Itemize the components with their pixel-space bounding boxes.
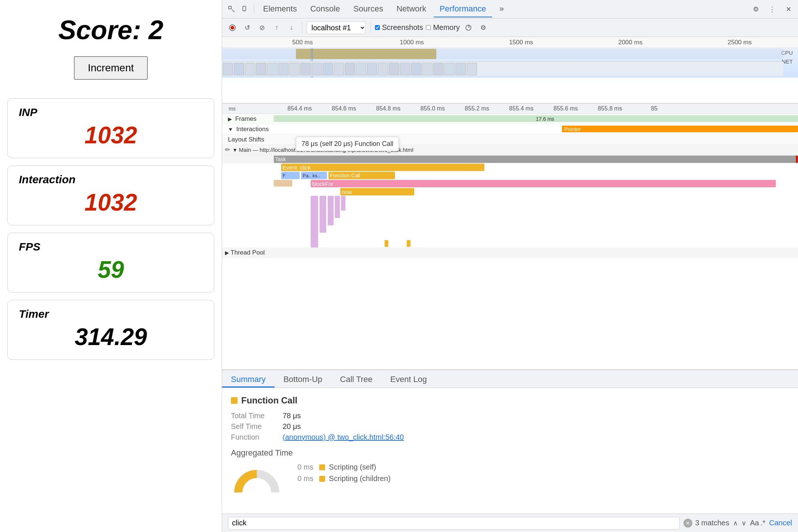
now-block[interactable]: now (340, 188, 414, 195)
thread-pool-header: ▶ Thread Pool (222, 248, 798, 258)
yellow-dot-2 (407, 240, 410, 247)
tab-call-tree[interactable]: Call Tree (331, 370, 381, 388)
main-thread-flame[interactable]: Task Event: click F Pa.. ks.. Function C… (222, 155, 798, 248)
svg-rect-2 (243, 6, 246, 11)
fps-value: 59 (19, 256, 203, 283)
regex-label[interactable]: .* (760, 519, 765, 527)
svg-rect-0 (229, 6, 231, 9)
event-block[interactable]: Event: click (281, 164, 484, 171)
task-row: Task (222, 155, 798, 163)
increment-button[interactable]: Increment (74, 56, 148, 80)
timer-label: Timer (19, 308, 203, 320)
settings2-icon[interactable]: ⚙ (477, 22, 489, 34)
case-sensitive-label[interactable]: Aa (750, 519, 759, 527)
search-up-button[interactable]: ∧ (733, 519, 738, 527)
search-clear-button[interactable]: ✕ (683, 519, 692, 528)
tab-summary[interactable]: Summary (222, 370, 274, 388)
interaction-card: Interaction 1032 (7, 166, 214, 225)
tab-more[interactable]: » (494, 1, 510, 17)
search-cancel-button[interactable]: Cancel (769, 519, 792, 527)
more-options-icon[interactable]: ⋮ (766, 3, 778, 15)
funcA-block[interactable]: F (281, 172, 300, 179)
expand-icon[interactable]: ▼ (232, 147, 238, 153)
legend-scripting-children: 0 ms Scripting (children) (297, 474, 391, 483)
tab-performance[interactable]: Performance (434, 1, 492, 17)
cpu-highlight (296, 49, 436, 59)
screenshots-checkbox-label[interactable]: Screenshots (375, 23, 423, 32)
edit-icon[interactable]: ✏ (225, 146, 230, 154)
function-call-icon (231, 397, 238, 404)
task-block[interactable]: Task (274, 156, 798, 163)
upload-icon[interactable]: ↑ (271, 22, 283, 34)
net-label: NET (782, 58, 793, 65)
download-icon[interactable]: ↓ (286, 22, 297, 34)
purple-block-3[interactable] (328, 196, 334, 225)
pointer-bar: Pointer (562, 126, 798, 132)
devtools-tabbar: Elements Console Sources Network Perform… (222, 0, 798, 18)
clear-icon[interactable]: ⊘ (256, 22, 268, 34)
memory-checkbox[interactable] (426, 25, 431, 30)
detail-ruler: ms 854.4 ms 854.6 ms 854.8 ms 855.0 ms 8… (222, 103, 798, 114)
ruler-mark-2500: 2500 ms (685, 39, 794, 46)
layout-shifts-label: Layout Shifts (222, 136, 274, 143)
blockfor-block[interactable]: blockFor (311, 180, 776, 187)
timeline-overview[interactable]: 500 ms 1000 ms 1500 ms 2000 ms 2500 ms C… (222, 37, 798, 103)
small-block[interactable] (274, 180, 292, 187)
tab-bottom-up[interactable]: Bottom-Up (274, 370, 331, 388)
device-icon[interactable] (239, 3, 251, 15)
ruler-mark-1500: 1500 ms (467, 39, 576, 46)
search-down-button[interactable]: ∨ (741, 519, 746, 527)
ruler-mark-2000: 2000 ms (576, 39, 685, 46)
tab-sources[interactable]: Sources (347, 1, 389, 17)
self-time-row: Self Time 20 μs (231, 422, 789, 431)
interactions-content[interactable]: Pointer (274, 124, 798, 134)
inp-card: INP 1032 (7, 98, 214, 158)
inp-label: INP (19, 106, 203, 119)
inspect-icon[interactable] (226, 3, 238, 15)
tab-network[interactable]: Network (391, 1, 432, 17)
event-row: Event: click (222, 163, 798, 171)
settings-icon[interactable]: ⚙ (750, 3, 762, 15)
purple-block-1[interactable] (311, 196, 318, 248)
function-call-block[interactable]: Function Call (328, 172, 395, 179)
function-link[interactable]: (anonymous) @ two_click.html:56:40 (283, 433, 404, 441)
close-icon[interactable]: ✕ (782, 3, 794, 15)
record-icon[interactable] (226, 22, 238, 34)
interactions-label: ▼ Interactions (222, 126, 274, 133)
pointer-label: Pointer (562, 126, 583, 132)
aggregated-section: 0 ms Scripting (self) 0 ms Scripting (ch… (231, 463, 789, 496)
aggregated-title: Aggregated Time (231, 448, 789, 458)
cpu-throttle-icon[interactable] (463, 22, 474, 34)
svg-line-1 (232, 10, 235, 12)
search-options-area: Aa .* (750, 519, 765, 527)
purple-block-5[interactable] (341, 196, 345, 211)
flame-chart-area[interactable]: ms 854.4 ms 854.6 ms 854.8 ms 855.0 ms 8… (222, 103, 798, 369)
frames-label: ▶ Frames (222, 115, 274, 123)
source-select[interactable]: localhost #1 (307, 21, 366, 34)
search-count: 3 matches (695, 519, 729, 527)
fps-card: FPS 59 (7, 233, 214, 293)
cpu-net-overview[interactable]: CPU NET (222, 48, 798, 78)
thread-pool-expand[interactable]: ▶ (225, 250, 229, 256)
frames-content[interactable]: 17.6 ms (274, 114, 798, 124)
bottom-tab-bar: Summary Bottom-Up Call Tree Event Log (222, 370, 798, 388)
interactions-track: ▼ Interactions Pointer (222, 124, 798, 134)
timer-value: 314.29 (19, 323, 203, 351)
screenshots-filmstrip (222, 61, 783, 76)
scripting-self-dot (319, 464, 325, 470)
tab-event-log[interactable]: Event Log (381, 370, 436, 388)
purple-block-2[interactable] (320, 196, 326, 233)
function-call-row: F Pa.. ks.. Function Call (222, 171, 798, 180)
search-input[interactable] (228, 517, 680, 529)
svg-rect-3 (244, 11, 245, 11)
tab-elements[interactable]: Elements (257, 1, 303, 17)
devtools-panel: Elements Console Sources Network Perform… (222, 0, 798, 532)
memory-checkbox-label[interactable]: Memory (426, 23, 460, 32)
donut-chart (231, 463, 283, 496)
reload-icon[interactable]: ↺ (241, 22, 253, 34)
purple-block-4[interactable] (335, 196, 340, 218)
screenshots-checkbox[interactable] (375, 25, 380, 30)
funcB-block[interactable]: Pa.. ks.. (301, 172, 327, 179)
tab-console[interactable]: Console (304, 1, 346, 17)
frames-duration: 17.6 ms (536, 116, 555, 122)
